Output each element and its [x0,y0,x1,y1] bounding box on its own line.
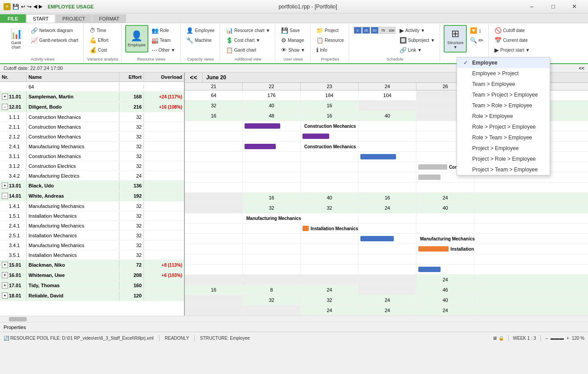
effort-btn[interactable]: 💪 Effort [87,36,111,45]
expand-btn-20[interactable]: + [2,282,8,289]
name-cell: 64 [27,82,119,91]
activity-btn[interactable]: ▶ Activity ▼ [397,26,437,35]
back-icon[interactable]: ◀ [33,4,37,9]
chart-nav-btn[interactable]: << [185,73,203,82]
dropdown-item-6[interactable]: Role > Project > Employee [457,122,550,132]
dropdown-item-4[interactable]: Team > Role > Employee [457,100,550,111]
activity-icon: ▶ [400,27,404,34]
tab-format[interactable]: FORMAT [92,14,126,23]
grid-row-7[interactable]: 3.1.1 Construction Mechanics 32 [0,151,184,161]
gantt-chart-additional-btn[interactable]: 📋 Gantt chart [224,45,272,55]
hscrollbar-thumb[interactable] [9,317,27,321]
tab-project[interactable]: PROJECT [56,14,92,23]
grid-row-1[interactable]: +11.01 Sampleman, Martin 168 +24 (117%) [0,92,184,102]
info-btn[interactable]: ℹ Info [314,45,346,55]
grid-row-8[interactable]: 3.1.2 Construction Electrics 32 [0,161,184,171]
dropdown-item-1[interactable]: Employee > Project [457,68,550,79]
expand-btn-2[interactable]: - [2,104,8,110]
grid-row-14[interactable]: 2.4.1 Manufacturing Mechanics 32 [0,221,184,231]
date-22: 22 [243,83,301,90]
grid-row-20[interactable]: +17.01 Tidy, Thomas 160 [0,280,184,291]
role-btn[interactable]: 👥 Role [149,26,178,35]
capacity-employee-btn[interactable]: 👤 Employee [184,26,216,35]
maximize-btn[interactable]: □ [543,0,563,13]
grid-row-0[interactable]: 64 [0,82,184,92]
expand-btn-1[interactable]: + [2,94,8,100]
cost-btn[interactable]: 💰 Cost [87,45,111,55]
grid-row-16[interactable]: 3.4.1 Manufacturing Mechanics 32 [0,240,184,250]
grid-row-18[interactable]: +15.01 Blackman, Niko 72 +8 (113%) [0,260,184,270]
grid-row-15[interactable]: 2.5.1 Installation Mechanics 32 [0,231,184,240]
project-start-btn[interactable]: ▶ Project start ▼ [492,45,532,55]
window-title: portfolio1.rpp - [Portfolio] [278,4,337,10]
grid-row-13[interactable]: 1.5.1 Installation Mechanics 32 [0,211,184,221]
overload-cell [144,85,184,89]
subproject-btn[interactable]: 🔲 Subproject ▼ [397,36,437,45]
manage-btn[interactable]: ⚙ Manage [279,36,307,45]
grid-row-21[interactable]: +18.01 Reliable, David 120 [0,291,184,301]
dropdown-item-10[interactable]: Project > Team > Employee [457,164,550,175]
cutoff-date-btn[interactable]: 🚫 Cutoff date [492,26,532,35]
structure-btn[interactable]: ⊞ Structure▼ [444,25,467,53]
expand-btn-11[interactable]: - [2,193,8,199]
expand-btn-18[interactable]: + [2,262,8,268]
expand-btn-19[interactable]: + [2,272,8,278]
save-view-btn[interactable]: 💾 Save [279,26,307,35]
fwd-icon[interactable]: ▶ [39,4,42,9]
grid-row-5[interactable]: 2.1.2 Construction Mechanics 32 [0,132,184,142]
close-btn[interactable]: ✕ [565,0,584,13]
dropdown-item-8[interactable]: Project > Employee [457,143,550,154]
grid-row-11[interactable]: -14.01 White, Andreas 192 [0,191,184,201]
current-date-btn[interactable]: 📅 Current date [492,36,532,45]
grid-row-9[interactable]: 3.4.2 Manufacturing Electrics 24 [0,171,184,181]
tab-start[interactable]: START [26,14,55,23]
dropdown-item-7[interactable]: Role > Team > Employee [457,132,550,143]
network-diagram-btn[interactable]: 🔗 Network diagram [29,26,81,35]
other-btn[interactable]: ⋯ Other ▼ [149,45,178,55]
grid-row-2[interactable]: -12.01 Diligent, Bodo 216 +16 (108%) [0,102,184,112]
minimize-btn[interactable]: – [522,0,542,13]
chart-cell-17-3 [359,264,416,274]
grid-row-19[interactable]: +16.01 Whiteman, Uwe 208 +6 (103%) [0,270,184,280]
zoom-in-btn[interactable]: + [567,336,569,341]
project-prop-btn[interactable]: 📁 Project [314,26,346,35]
dropdown-label-10: Project > Team > Employee [472,167,538,173]
ribbon-capacity-items: 👤 Employee 🔧 Machine [184,25,216,56]
tab-file[interactable]: FILE [0,14,26,23]
link-label: Link ▼ [408,48,422,53]
dropdown-item-0[interactable]: ✓Employee [457,57,550,68]
grid-row-6[interactable]: 2.4.1 Manufacturing Mechanics 32 [0,142,184,151]
cost-chart-btn[interactable]: 💲 Cost chart ▼ [224,36,272,45]
team-btn[interactable]: 🏭 Team [149,36,178,45]
expand-btn-10[interactable]: + [2,183,8,189]
zoom-slider[interactable]: ▬▬▬ [551,336,564,341]
undo-icon[interactable]: ↩ [21,4,25,10]
zoom-out-btn[interactable]: – [545,336,548,341]
grid-row-4[interactable]: 2.1.1 Construction Mechanics 32 [0,122,184,132]
dropdown-item-3[interactable]: Team > Project > Employee [457,89,550,100]
grid-row-12[interactable]: 1.4.1 Manufacturing Mechanics 32 [0,201,184,211]
dropdown-item-5[interactable]: Role > Employee [457,111,550,122]
gantt-network-chart-btn[interactable]: 📈 Gantt-network chart [29,36,81,45]
show-btn[interactable]: 👁 Show ▼ [279,45,307,55]
nav-left-btn[interactable]: << [579,65,584,71]
resource-chart-btn[interactable]: 📊 Resource chart ▼ [224,26,272,35]
link-btn[interactable]: 🔗 Link ▼ [397,45,437,55]
resource-prop-btn[interactable]: 📋 Resource [314,36,346,45]
dropdown-item-2[interactable]: Team > Employee [457,79,550,89]
expand-btn-21[interactable]: + [2,293,8,299]
redo-icon[interactable]: ↪ [27,4,32,10]
grid-row-17[interactable]: 3.5.1 Installation Mechanics 32 [0,250,184,260]
grid-row-3[interactable]: 1.1.1 Construction Mechanics 32 [0,112,184,122]
gantt-chart-btn[interactable]: 📊 Ganttchart [4,25,28,53]
employee-btn[interactable]: 👤 Employee [125,25,148,53]
grid-row-10[interactable]: +13.01 Black, Udo 136 [0,181,184,191]
insert-row2[interactable]: 🔍 ✏ [468,36,486,45]
hscrollbar[interactable] [0,316,588,322]
insert-row1[interactable]: 🔽 ↕ [468,26,486,35]
resource-file-text: RESOURCE POOL FILE: D:\01 RP_video\en\6_… [10,336,154,341]
machine-btn[interactable]: 🔧 Machine [184,36,216,45]
dropdown-item-9[interactable]: Project > Role > Employee [457,154,550,164]
time-btn[interactable]: ⏱ Time [87,26,111,35]
save-icon[interactable]: 💾 [12,4,19,10]
